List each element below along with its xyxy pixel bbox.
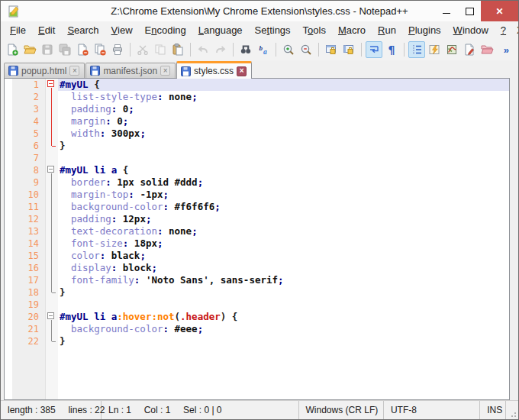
menu-search[interactable]: Search <box>61 23 105 37</box>
close-all-button[interactable] <box>92 41 108 58</box>
open-file-button[interactable] <box>21 41 38 58</box>
menu-settings[interactable]: Settings <box>249 23 297 37</box>
close-tab-icon[interactable]: × <box>69 66 79 76</box>
notepadpp-logo-icon[interactable] <box>7 5 21 18</box>
menu-help[interactable]: ? <box>495 23 512 37</box>
paste-button[interactable] <box>169 41 186 58</box>
document-map-button[interactable] <box>443 41 460 58</box>
show-all-characters-icon: ¶ <box>385 43 398 57</box>
fold-margin <box>46 262 58 274</box>
tab-popup-html[interactable]: popup.html× <box>4 63 85 78</box>
code-text[interactable]: font-family: 'Noto Sans', sans-serif; <box>58 274 509 286</box>
replace-button[interactable]: ba <box>255 41 272 58</box>
fold-collapse-icon[interactable] <box>47 166 54 173</box>
code-text[interactable]: display: block; <box>58 262 509 274</box>
code-text[interactable]: text-decoration: none; <box>58 225 509 237</box>
menu-plugins[interactable]: Plugins <box>402 23 447 37</box>
code-text[interactable]: color: black; <box>58 250 509 262</box>
tab-manifest-json[interactable]: manifest.json× <box>85 63 176 78</box>
line-number: 1 <box>12 79 46 91</box>
code-text[interactable]: } <box>58 335 509 347</box>
close-tab-icon[interactable]: × <box>160 66 170 76</box>
code-text[interactable]: margin-top: -1px; <box>58 189 509 201</box>
code-line-18: 18} <box>5 286 509 299</box>
word-wrap-button[interactable] <box>366 41 382 58</box>
code-line-14: 14 font-size: 18px; <box>5 237 509 250</box>
tab-label: popup.html <box>21 66 66 76</box>
show-all-characters-button[interactable]: ¶ <box>383 41 400 58</box>
code-text[interactable]: padding: 12px; <box>58 213 509 225</box>
menu-window[interactable]: Window <box>447 23 495 37</box>
close-document-button[interactable]: X <box>512 24 519 37</box>
menu-run[interactable]: Run <box>372 23 402 37</box>
code-text[interactable]: #myUL { <box>58 79 509 91</box>
menu-view[interactable]: View <box>105 23 139 37</box>
line-number: 17 <box>12 274 46 286</box>
code-line-9: 9 border: 1px solid #ddd; <box>5 176 509 189</box>
toolbar-separator <box>190 43 191 57</box>
code-text[interactable]: font-size: 18px; <box>58 237 509 250</box>
bookmark-margin <box>5 91 12 103</box>
code-line-5: 5 width: 300px; <box>5 128 509 140</box>
tab-styles-css[interactable]: styles.css× <box>176 61 252 79</box>
find-button[interactable] <box>237 41 254 58</box>
editor-empty-area[interactable] <box>5 347 509 399</box>
sync-horizontal-scrolling-button[interactable] <box>340 41 357 58</box>
menu-encoding[interactable]: Encoding <box>139 23 192 37</box>
fold-collapse-icon[interactable] <box>47 80 54 87</box>
status-encoding[interactable]: UTF-8 <box>384 401 480 419</box>
line-number: 15 <box>12 250 46 262</box>
status-insert-mode[interactable]: INS <box>480 401 506 419</box>
code-text[interactable]: } <box>58 140 509 152</box>
menu-tools[interactable]: Tools <box>297 23 332 37</box>
saved-floppy-icon <box>8 66 18 76</box>
new-file-button[interactable] <box>4 41 21 58</box>
code-text[interactable]: } <box>58 286 509 299</box>
show-indent-guide-button[interactable] <box>408 41 425 58</box>
toolbar-overflow-chevron[interactable]: » <box>504 44 509 56</box>
code-line-13: 13 text-decoration: none; <box>5 225 509 237</box>
close-button[interactable]: ✕ <box>481 1 518 21</box>
close-file-button[interactable] <box>74 41 91 58</box>
bookmark-margin <box>5 274 12 286</box>
fold-margin[interactable] <box>46 311 58 323</box>
code-text[interactable]: border: 1px solid #ddd; <box>58 176 509 189</box>
line-number: 4 <box>12 115 46 128</box>
sync-vertical-scrolling-button[interactable] <box>323 41 340 58</box>
menu-edit[interactable]: Edit <box>32 23 61 37</box>
code-editor[interactable]: 1#myUL {2 list-style-type: none;3 paddin… <box>4 78 510 400</box>
code-text[interactable]: list-style-type: none; <box>58 91 509 103</box>
zoom-out-button[interactable] <box>298 41 314 58</box>
code-text[interactable]: margin: 0; <box>58 115 509 128</box>
status-eol-format[interactable]: Windows (CR LF) <box>299 401 384 419</box>
menu-macro[interactable]: Macro <box>332 23 372 37</box>
code-text[interactable]: width: 300px; <box>58 128 509 140</box>
zoom-in-button[interactable] <box>280 41 297 58</box>
bookmark-margin <box>5 237 12 250</box>
print-button[interactable] <box>109 41 126 58</box>
code-text[interactable]: background-color: #f6f6f6; <box>58 201 509 213</box>
fold-margin[interactable] <box>46 79 58 91</box>
line-number: 19 <box>12 299 46 311</box>
code-text[interactable]: padding: 0; <box>58 103 509 115</box>
minimize-button[interactable] <box>435 1 458 21</box>
code-text[interactable]: #myUL li a:hover:not(.header) { <box>58 311 509 323</box>
code-text[interactable] <box>58 152 509 164</box>
fold-collapse-icon[interactable] <box>47 312 54 319</box>
line-number: 2 <box>12 91 46 103</box>
resize-grip[interactable] <box>506 401 518 419</box>
menu-language[interactable]: Language <box>192 23 249 37</box>
start-recording-button[interactable] <box>461 41 478 58</box>
code-text[interactable]: background-color: #eee; <box>58 323 509 335</box>
line-number: 11 <box>12 201 46 213</box>
code-text[interactable] <box>58 299 509 311</box>
menu-file[interactable]: File <box>4 23 32 37</box>
function-completion-button[interactable] <box>426 41 443 58</box>
line-number: 22 <box>12 335 46 347</box>
fold-margin[interactable] <box>46 164 58 176</box>
maximize-button[interactable] <box>458 1 481 21</box>
code-text[interactable]: #myUL li a { <box>58 164 509 176</box>
close-tab-icon[interactable]: × <box>237 66 247 76</box>
tab-label: manifest.json <box>103 66 157 76</box>
folder-as-workspace-button[interactable] <box>479 41 495 58</box>
